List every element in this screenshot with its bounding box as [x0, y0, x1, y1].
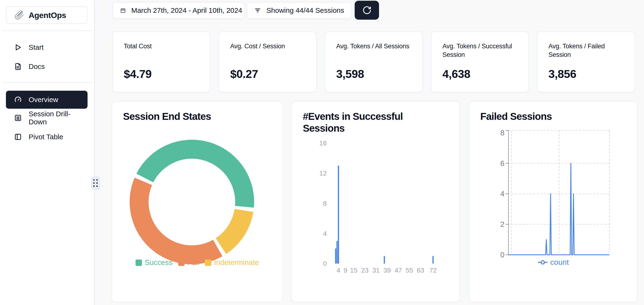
stat-card-avg-tokens-all: Avg. Tokens / All Sessions 3,598 [325, 32, 422, 92]
stat-label: Avg. Cost / Session [230, 42, 311, 51]
filter-lines-icon [254, 7, 261, 14]
stat-label: Total Cost [124, 42, 204, 51]
sessions-filter-button[interactable]: Showing 44/44 Sessions [246, 2, 352, 19]
stat-value: 3,856 [548, 68, 576, 81]
paperclip-logo-icon [14, 10, 24, 21]
svg-text:0: 0 [323, 260, 327, 267]
list-icon [14, 114, 22, 122]
failed-sessions-card: Failed Sessions 02468 count [469, 101, 638, 302]
stat-value: $0.27 [230, 68, 258, 81]
play-icon [14, 43, 22, 51]
stat-label: Avg. Tokens / Failed Session [548, 42, 629, 59]
main-content: March 27th, 2024 - April 10th, 2024 Show… [96, 0, 644, 305]
sessions-filter-label: Showing 44/44 Sessions [266, 7, 344, 15]
gauge-icon [14, 96, 22, 104]
legend-label: count [550, 258, 569, 267]
svg-text:16: 16 [320, 139, 327, 147]
legend-swatch [178, 259, 184, 266]
session-end-states-card: Session End States Success Fail Indeterm… [112, 101, 283, 302]
svg-text:4: 4 [500, 190, 504, 198]
events-histogram-chart: 0481216491523313947556372 [292, 102, 460, 302]
svg-text:63: 63 [417, 267, 424, 274]
donut-legend: Success Fail Indeterminate [112, 258, 282, 267]
sidebar-item-label: Start [29, 43, 44, 51]
svg-text:72: 72 [430, 267, 437, 274]
sidebar-resize-handle[interactable] [91, 176, 100, 190]
svg-text:9: 9 [344, 267, 347, 274]
sidebar-item-label: Overview [29, 96, 58, 104]
svg-text:12: 12 [320, 170, 327, 177]
stat-card-avg-tokens-successful: Avg. Tokens / Successful Session 4,638 [431, 32, 529, 92]
legend-item-fail: Fail [178, 258, 199, 267]
panel-icon [14, 133, 22, 141]
date-range-button[interactable]: March 27th, 2024 - April 10th, 2024 [112, 2, 244, 19]
svg-text:8: 8 [323, 200, 327, 207]
legend-label: Fail [188, 258, 199, 267]
agentops-dashboard: AgentOps Start Docs [0, 0, 644, 305]
refresh-icon [362, 5, 372, 16]
stat-card-total-cost: Total Cost $4.79 [112, 32, 210, 92]
stat-card-avg-cost-session: Avg. Cost / Session $0.27 [219, 32, 316, 92]
sidebar-item-label: Pivot Table [29, 133, 63, 141]
sidebar-divider [2, 30, 93, 31]
sidebar-item-pivot-table[interactable]: Pivot Table [6, 128, 88, 146]
logo-text: AgentOps [29, 11, 66, 20]
legend-item-success: Success [136, 258, 172, 267]
svg-text:4: 4 [337, 267, 340, 274]
count-series-marker-icon [538, 259, 548, 265]
stat-value: 4,638 [442, 68, 470, 81]
stat-label: Avg. Tokens / All Sessions [336, 42, 417, 51]
stat-value: 3,598 [336, 68, 364, 81]
session-end-states-donut [112, 102, 283, 302]
sidebar: AgentOps Start Docs [0, 0, 95, 305]
svg-text:15: 15 [350, 267, 358, 274]
sidebar-divider [2, 82, 93, 83]
docs-icon [14, 63, 22, 71]
svg-text:6: 6 [500, 159, 504, 168]
svg-text:4: 4 [323, 230, 327, 237]
calendar-icon [120, 7, 126, 14]
svg-text:2: 2 [500, 220, 504, 228]
sidebar-item-docs[interactable]: Docs [6, 57, 88, 76]
svg-text:23: 23 [361, 267, 368, 274]
logo[interactable]: AgentOps [6, 7, 88, 24]
legend-label: Indeterminate [214, 258, 259, 267]
grip-dots-icon [93, 179, 98, 187]
refresh-button[interactable] [355, 1, 379, 20]
svg-text:47: 47 [395, 267, 402, 274]
sidebar-item-start[interactable]: Start [6, 38, 88, 57]
svg-text:31: 31 [372, 267, 380, 274]
date-range-label: March 27th, 2024 - April 10th, 2024 [131, 7, 242, 15]
stat-label: Avg. Tokens / Successful Session [442, 42, 523, 59]
stat-value: $4.79 [124, 68, 152, 81]
sidebar-item-session-drill-down[interactable]: Session Drill-Down [6, 109, 88, 127]
legend-swatch [205, 259, 211, 266]
legend-item-indeterminate: Indeterminate [205, 258, 259, 267]
svg-text:8: 8 [500, 129, 504, 137]
stat-card-avg-tokens-failed: Avg. Tokens / Failed Session 3,856 [537, 32, 635, 92]
sidebar-item-label: Session Drill-Down [29, 110, 88, 126]
legend-label: Success [145, 258, 172, 267]
events-histogram-card: #Events in Successful Sessions 048121649… [292, 101, 460, 302]
svg-text:39: 39 [384, 267, 391, 274]
line-legend: count [470, 258, 637, 267]
svg-text:55: 55 [406, 267, 413, 274]
sidebar-item-label: Docs [29, 63, 45, 71]
sidebar-item-overview[interactable]: Overview [6, 91, 88, 109]
failed-sessions-chart: 02468 [470, 102, 638, 302]
legend-swatch [136, 259, 142, 266]
